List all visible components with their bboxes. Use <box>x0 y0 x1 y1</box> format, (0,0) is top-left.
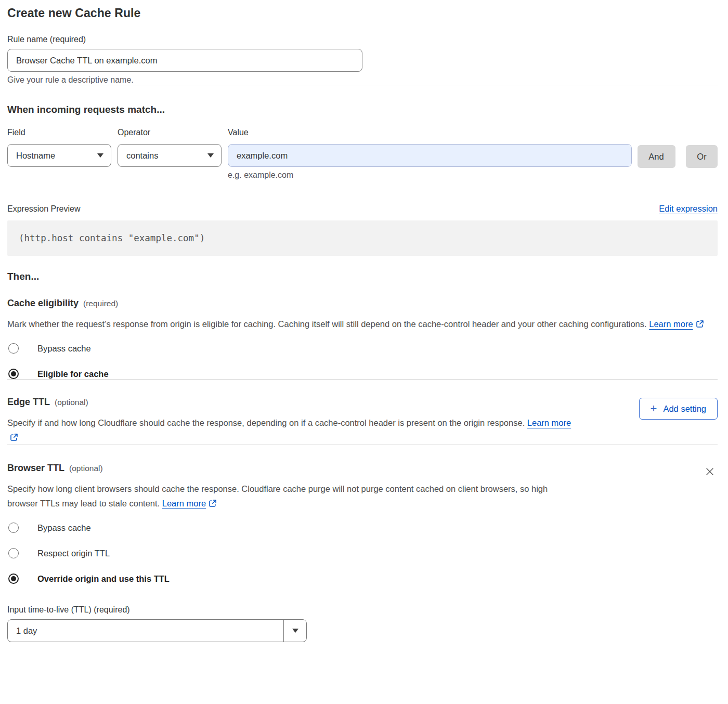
ttl-select[interactable]: 1 day <box>7 619 307 642</box>
rule-name-helper: Give your rule a descriptive name. <box>7 75 718 85</box>
chevron-down-icon <box>292 629 298 633</box>
value-helper: e.g. example.com <box>228 171 632 180</box>
learn-more-link[interactable]: Learn more <box>527 418 571 427</box>
browser-ttl-description: Specify how long client browsers should … <box>7 481 569 511</box>
cache-eligibility-required-tag: (required) <box>83 299 118 308</box>
ttl-input-section: Input time-to-live (TTL) (required) 1 da… <box>7 605 718 642</box>
ttl-select-value: 1 day <box>8 620 283 642</box>
browser-ttl-optional-tag: (optional) <box>69 464 103 473</box>
operator-select-value: contains <box>126 151 158 161</box>
add-setting-button[interactable]: + Add setting <box>639 398 718 420</box>
field-select-value: Hostname <box>16 151 55 161</box>
expression-preview-label: Expression Preview <box>7 204 81 214</box>
match-heading: When incoming requests match... <box>7 104 718 115</box>
cache-eligibility-section: Cache eligibility (required) Mark whethe… <box>7 298 718 379</box>
create-cache-rule-form: Create new Cache Rule Rule name (require… <box>7 0 718 642</box>
external-link-icon <box>10 433 18 441</box>
divider <box>7 445 718 445</box>
ttl-input-label: Input time-to-live (TTL) (required) <box>7 605 130 614</box>
cache-eligibility-description: Mark whether the request’s response from… <box>7 317 718 331</box>
learn-more-link[interactable]: Learn more <box>649 319 693 329</box>
chevron-down-icon <box>97 153 103 158</box>
chevron-down-icon <box>207 153 214 158</box>
divider <box>7 379 718 380</box>
rule-name-label: Rule name (required) <box>7 35 86 44</box>
radio-icon <box>8 548 19 558</box>
radio-icon <box>8 573 19 584</box>
radio-icon <box>8 343 19 354</box>
edge-ttl-section: Edge TTL (optional) Specify if and how l… <box>7 397 718 445</box>
and-button[interactable]: And <box>638 145 675 168</box>
radio-eligible-for-cache[interactable]: Eligible for cache <box>7 369 718 379</box>
field-column: Field Hostname <box>7 128 111 180</box>
radio-bypass-cache[interactable]: Bypass cache <box>7 343 718 354</box>
learn-more-link[interactable]: Learn more <box>162 499 206 508</box>
rule-name-section: Rule name (required) Give your rule a de… <box>7 35 718 85</box>
radio-override-origin-ttl[interactable]: Override origin and use this TTL <box>7 573 718 584</box>
rule-name-input[interactable] <box>7 49 362 72</box>
external-link-icon <box>209 499 217 507</box>
cache-eligibility-title: Cache eligibility <box>7 298 79 309</box>
radio-icon <box>8 369 19 379</box>
edge-ttl-title: Edge TTL <box>7 397 50 408</box>
radio-respect-origin-ttl[interactable]: Respect origin TTL <box>7 548 718 558</box>
ttl-select-arrow-button[interactable] <box>283 620 306 642</box>
radio-browser-bypass-cache[interactable]: Bypass cache <box>7 523 718 533</box>
remove-browser-ttl-button[interactable] <box>702 464 718 481</box>
value-column: Value e.g. example.com <box>228 128 632 180</box>
or-button[interactable]: Or <box>686 145 718 168</box>
value-label: Value <box>228 128 632 137</box>
match-condition-row: Field Hostname Operator contains Value e… <box>7 128 718 180</box>
close-icon <box>704 466 716 477</box>
edge-ttl-optional-tag: (optional) <box>55 398 88 407</box>
operator-select[interactable]: contains <box>118 144 222 167</box>
operator-label: Operator <box>118 128 222 137</box>
value-input[interactable] <box>228 144 632 167</box>
page-title: Create new Cache Rule <box>7 6 718 20</box>
plus-icon: + <box>651 403 657 414</box>
expression-code: (http.host contains "example.com") <box>7 220 718 256</box>
external-link-icon <box>696 320 704 328</box>
browser-ttl-title: Browser TTL <box>7 463 64 474</box>
edit-expression-link[interactable]: Edit expression <box>659 204 718 214</box>
radio-icon <box>8 523 19 533</box>
edge-ttl-description: Specify if and how long Cloudflare shoul… <box>7 415 579 445</box>
divider <box>7 85 718 85</box>
operator-column: Operator contains <box>118 128 222 180</box>
browser-ttl-section: Browser TTL (optional) Specify how long … <box>7 463 718 642</box>
expression-preview-section: Expression Preview Edit expression (http… <box>7 204 718 256</box>
then-heading: Then... <box>7 271 718 282</box>
field-select[interactable]: Hostname <box>7 144 111 167</box>
field-label: Field <box>7 128 111 137</box>
and-or-buttons: And Or <box>638 128 718 180</box>
